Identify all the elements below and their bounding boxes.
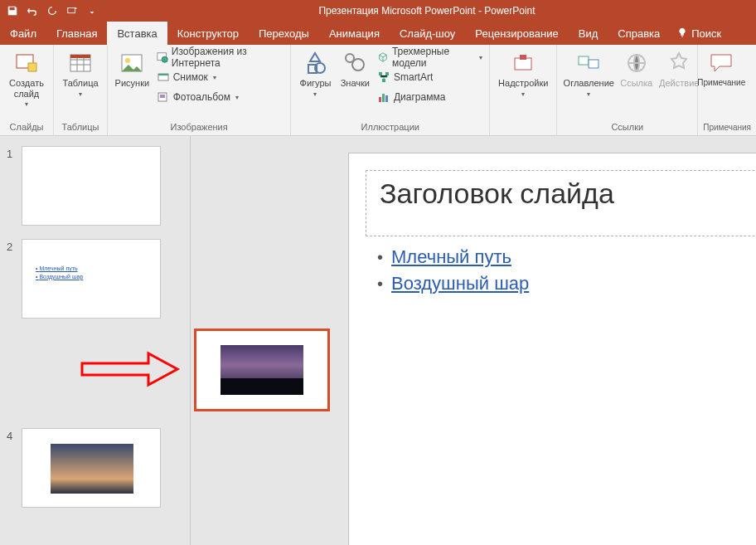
window-title: Презентация Microsoft PowerPoint - Power…	[101, 5, 753, 17]
ribbon-group-comments-label: Примечания	[703, 121, 751, 134]
comment-label: Примечание	[697, 78, 745, 88]
lightbulb-icon	[676, 27, 688, 39]
thumbnail-slide-2[interactable]: • Млечный путь • Воздушный шар	[22, 239, 161, 319]
comment-icon	[708, 50, 734, 76]
photo-album-label: Фотоальбом	[173, 91, 230, 103]
chevron-down-icon: ▾	[587, 90, 590, 98]
svg-point-6	[125, 58, 130, 63]
slide-title-text: Заголовок слайда	[380, 178, 756, 210]
bullet-icon: •	[377, 275, 383, 294]
chevron-down-icon: ▾	[79, 90, 82, 98]
comment-button[interactable]: Примечание	[703, 48, 739, 90]
menu-design[interactable]: Конструктор	[167, 22, 249, 45]
menu-animations[interactable]: Анимация	[319, 22, 390, 45]
smartart-button[interactable]: SmartArt	[376, 68, 484, 86]
svg-rect-2	[28, 63, 36, 71]
ribbon-group-images-label: Изображения	[113, 120, 285, 134]
hyperlink-1[interactable]: Млечный путь	[391, 246, 511, 268]
ribbon-group-links: Оглавление ▾ Ссылка Действие Ссылки	[557, 45, 698, 135]
table-label: Таблица	[62, 78, 98, 89]
menu-file[interactable]: Файл	[0, 22, 46, 45]
online-pictures-button[interactable]: Изображения из Интернета	[155, 48, 286, 66]
smartart-icon	[377, 71, 390, 84]
shapes-icon	[302, 50, 328, 76]
slide-title-placeholder[interactable]: Заголовок слайда	[366, 170, 756, 236]
qat-dropdown-icon[interactable]	[83, 2, 101, 20]
chevron-down-icon: ▾	[521, 90, 525, 98]
svg-rect-19	[379, 97, 381, 102]
thumbnail-number: 4	[7, 428, 22, 442]
action-label: Действие	[659, 78, 699, 89]
ribbon: Создать слайд ▾ Слайды Таблица ▾ Таблицы…	[0, 45, 756, 136]
pictures-icon	[119, 50, 145, 76]
menu-view[interactable]: Вид	[569, 22, 608, 45]
photo-album-button[interactable]: Фотоальбом ▾	[155, 88, 286, 106]
title-bar: Презентация Microsoft PowerPoint - Power…	[0, 0, 756, 22]
svg-point-15	[352, 59, 364, 71]
icons-button[interactable]: Значки	[338, 48, 372, 90]
save-icon[interactable]	[3, 2, 22, 20]
action-button: Действие	[657, 48, 700, 90]
action-icon	[666, 50, 692, 76]
screenshot-button[interactable]: Снимок ▾	[155, 68, 286, 86]
thumbnail-slide-1[interactable]	[22, 146, 161, 226]
slide-body[interactable]: • Млечный путь • Воздушный шар	[377, 246, 529, 299]
chevron-down-icon: ▾	[313, 90, 317, 98]
menu-help[interactable]: Справка	[608, 22, 670, 45]
menu-home[interactable]: Главная	[46, 22, 107, 45]
ribbon-group-illustrations: Фигуры ▾ Значки Трехмерные модели ▾ Smar…	[291, 45, 490, 135]
ribbon-group-tables-label: Таблицы	[59, 120, 102, 134]
menu-bar: Файл Главная Вставка Конструктор Переход…	[0, 22, 756, 45]
3d-models-button[interactable]: Трехмерные модели ▾	[376, 48, 484, 66]
toc-label: Оглавление	[564, 78, 614, 89]
thumbnail-slide-4[interactable]	[22, 428, 161, 508]
chevron-down-icon: ▾	[25, 100, 28, 108]
dragged-thumbnail-image	[220, 345, 303, 395]
menu-insert[interactable]: Вставка	[107, 22, 167, 45]
ribbon-group-tables: Таблица ▾ Таблицы	[54, 45, 108, 135]
annotation-arrow	[78, 348, 186, 390]
new-slide-label: Создать слайд	[7, 78, 46, 99]
new-slide-button[interactable]: Создать слайд ▾	[5, 48, 48, 109]
svg-rect-4	[70, 55, 90, 58]
redo-icon[interactable]	[43, 2, 61, 20]
chart-label: Диаграмма	[394, 91, 445, 103]
ribbon-group-addins: Надстройки ▾	[490, 45, 557, 135]
link-label: Ссылка	[620, 78, 652, 89]
icons-icon	[342, 50, 368, 76]
new-slide-icon	[13, 50, 40, 76]
screenshot-icon	[157, 71, 170, 84]
slide[interactable]: Заголовок слайда • Млечный путь • Воздуш…	[348, 153, 756, 545]
pictures-label: Рисунки	[115, 78, 150, 89]
svg-rect-16	[379, 72, 382, 75]
menu-search-label: Поиск	[691, 27, 721, 40]
undo-icon[interactable]	[23, 2, 41, 20]
svg-rect-18	[382, 79, 385, 82]
addins-button[interactable]: Надстройки ▾	[495, 48, 551, 100]
toc-button[interactable]: Оглавление ▾	[562, 48, 615, 100]
link-icon	[623, 50, 650, 76]
addins-label: Надстройки	[498, 78, 548, 89]
smartart-label: SmartArt	[394, 71, 433, 83]
chevron-down-icon: ▾	[479, 54, 482, 61]
ribbon-group-links-label: Ссылки	[562, 120, 692, 134]
dragged-thumbnail-slide-3[interactable]	[194, 328, 330, 411]
ribbon-group-images: Рисунки Изображения из Интернета Снимок …	[108, 45, 291, 135]
svg-rect-21	[385, 95, 388, 102]
svg-rect-25	[589, 60, 598, 68]
3d-models-label: Трехмерные модели	[392, 46, 474, 69]
table-button[interactable]: Таблица ▾	[59, 48, 102, 100]
shapes-button[interactable]: Фигуры ▾	[296, 48, 335, 100]
menu-slideshow[interactable]: Слайд-шоу	[390, 22, 465, 45]
chevron-down-icon: ▾	[235, 94, 239, 101]
chart-button[interactable]: Диаграмма	[376, 88, 484, 106]
chevron-down-icon: ▾	[213, 74, 216, 81]
menu-search[interactable]: Поиск	[670, 22, 728, 45]
ribbon-group-slides: Создать слайд ▾ Слайды	[0, 45, 54, 135]
menu-review[interactable]: Рецензирование	[465, 22, 568, 45]
pictures-button[interactable]: Рисунки	[113, 48, 152, 90]
menu-transitions[interactable]: Переходы	[249, 22, 319, 45]
start-from-beginning-icon[interactable]	[63, 2, 81, 20]
thumbnail-pane: 1 2 • Млечный путь • Воздушный шар 4	[0, 136, 191, 545]
hyperlink-2[interactable]: Воздушный шар	[391, 273, 529, 294]
